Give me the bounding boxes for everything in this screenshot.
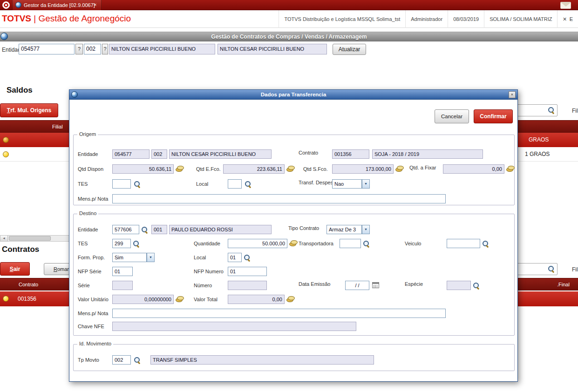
status-icon	[3, 296, 9, 302]
entity-store-input[interactable]: 002	[84, 44, 101, 54]
lookup-icon[interactable]	[244, 254, 251, 261]
tipo-contrato-label: Tipo Contrato	[288, 223, 319, 233]
qtd-sfco-label: Qtd S.Fco.	[303, 164, 328, 174]
cancel-button[interactable]: Cancelar	[435, 109, 469, 123]
scrollbar-thumb[interactable]	[9, 236, 51, 241]
transfer-dialog: Dados para Transferencia × Cancelar Conf…	[69, 89, 518, 382]
money-icon	[506, 166, 515, 172]
origem-mens-input[interactable]	[112, 194, 446, 203]
destino-local-label: Local	[194, 253, 206, 262]
atualizar-button[interactable]: Atualizar	[333, 44, 366, 55]
close-icon[interactable]: ×	[509, 91, 516, 98]
veiculo-input[interactable]	[447, 239, 480, 248]
entity-code-input[interactable]: 054577	[19, 44, 75, 54]
tipo-contrato-select[interactable]: Armaz De 3	[326, 225, 362, 234]
especie-field	[447, 281, 471, 290]
chevron-down-icon[interactable]: ▼	[147, 253, 155, 262]
chave-nfe-field	[112, 322, 356, 331]
entity-store-help-button[interactable]: ?	[102, 44, 108, 54]
destino-mens-input[interactable]	[112, 309, 446, 318]
origem-loja-field: 002	[151, 149, 167, 159]
nfp-serie-input[interactable]: 01	[112, 267, 133, 276]
lookup-icon[interactable]	[134, 357, 141, 364]
lookup-icon[interactable]	[245, 181, 252, 188]
close-icon[interactable]: ×	[92, 2, 98, 8]
calendar-icon[interactable]	[372, 282, 379, 288]
nfp-serie-label: NFP Série	[78, 267, 102, 276]
exit-button[interactable]: × E	[557, 10, 578, 28]
window-tab-title: Gestor da Entidade [02.9.0067]	[24, 0, 95, 10]
lookup-icon[interactable]	[473, 282, 480, 289]
transportadora-label: Transportadora	[299, 239, 333, 248]
saldos-title: Saldos	[7, 86, 33, 95]
dialog-title: Dados para Transferencia	[69, 90, 517, 99]
origem-contrato-desc-field: SOJA - 2018 / 2019	[372, 149, 483, 159]
app-window: { "icons": { "close": "×", "dropdown": "…	[0, 0, 578, 392]
saldos-row-product: GRAOS	[529, 133, 549, 147]
entity-name-confirm-field: NILTON CESAR PICCIRILLI BUENO	[218, 44, 327, 54]
window-tab[interactable]: Gestor da Entidade [02.9.0067] ×	[12, 0, 102, 10]
dialog-title-bar: Dados para Transferencia ×	[69, 90, 517, 100]
lookup-icon[interactable]	[141, 226, 148, 233]
origem-tes-input[interactable]	[112, 179, 131, 189]
saldos-filter-label: Fil	[572, 106, 578, 115]
form-prop-label: Form. Prop.	[78, 253, 105, 262]
numero-field	[228, 281, 267, 290]
date-label: 08/03/2019	[448, 10, 484, 28]
origem-local-input[interactable]	[228, 179, 242, 189]
destino-loja-field: 001	[151, 225, 167, 234]
transf-despesa-label: Transf. Despesa	[299, 178, 336, 187]
saldos-col-filial: Filial	[52, 121, 63, 133]
romaneio-hotkey: R	[54, 266, 57, 272]
contratos-col-final: .Final	[557, 278, 570, 291]
data-emissao-input[interactable]: / /	[345, 281, 369, 290]
form-prop-select[interactable]: Sim	[112, 253, 147, 262]
lookup-icon[interactable]	[482, 240, 489, 247]
destino-entidade-input[interactable]: 577606	[112, 225, 139, 234]
app-header: TOTVS | Gestão de Agronegócio TOTVS Dist…	[0, 10, 578, 28]
search-icon[interactable]	[548, 265, 555, 272]
chevron-down-icon[interactable]: ▼	[362, 179, 370, 189]
exit-label: E	[570, 16, 573, 22]
tp-movto-label: Tp Movto	[78, 355, 99, 365]
entity-name-field: NILTON CESAR PICCIRILLI BUENO	[109, 44, 215, 54]
quantidade-input[interactable]: 50.000,00	[228, 239, 287, 248]
transf-despesa-select[interactable]: Nao	[332, 179, 362, 189]
lookup-icon[interactable]	[133, 240, 140, 247]
qtd-efco-field: 223.636,11	[223, 164, 285, 174]
money-icon	[286, 296, 295, 302]
qtd-dispon-label: Qtd Dispon	[78, 164, 103, 174]
page-title-bar: Gestão de Contratos de Compras / Vendas …	[0, 32, 578, 41]
trf-mul-origens-button[interactable]: Trf. Mul. Origens	[0, 103, 58, 117]
origem-legend: Origem	[77, 131, 98, 137]
confirm-button[interactable]: Confirmar	[474, 109, 513, 123]
brand-name: TOTVS	[2, 14, 31, 23]
destino-nome-field: PAULO EDUARDO ROSSI	[169, 225, 272, 234]
entity-code-help-button[interactable]: ?	[75, 44, 83, 54]
contratos-filter-label: Fil	[572, 265, 578, 274]
contratos-col-contrato: Contrato	[19, 278, 38, 291]
mail-icon[interactable]	[560, 2, 571, 9]
nfp-numero-input[interactable]: 01	[228, 267, 267, 276]
destino-local-input[interactable]: 01	[228, 253, 242, 262]
transportadora-input[interactable]	[340, 239, 361, 248]
chevron-down-icon[interactable]: ▼	[362, 225, 370, 234]
scroll-left-icon[interactable]: ◄	[0, 236, 8, 241]
lookup-icon[interactable]	[363, 240, 370, 247]
destino-tes-label: TES	[78, 239, 88, 248]
search-icon[interactable]	[548, 107, 555, 114]
close-icon: ×	[563, 15, 566, 23]
destino-tes-input[interactable]: 299	[112, 239, 131, 248]
origem-tes-label: TES	[78, 179, 88, 189]
qtd-fixar-field: 0,00	[443, 164, 504, 174]
sair-button[interactable]: Sair	[0, 262, 30, 276]
qtd-dispon-field: 50.636,11	[112, 164, 174, 174]
company-label: SOLIMA / SOLIMA MATRIZ	[484, 10, 557, 28]
id-movimento-legend: Id. Movimento	[77, 341, 113, 346]
app-icon	[0, 33, 8, 40]
origem-entidade-label: Entidade	[78, 149, 98, 159]
contratos-title: Contratos	[2, 245, 39, 254]
tp-movto-input[interactable]: 002	[112, 355, 131, 365]
horizontal-scrollbar[interactable]: ◄	[0, 235, 70, 242]
lookup-icon[interactable]	[134, 181, 141, 188]
